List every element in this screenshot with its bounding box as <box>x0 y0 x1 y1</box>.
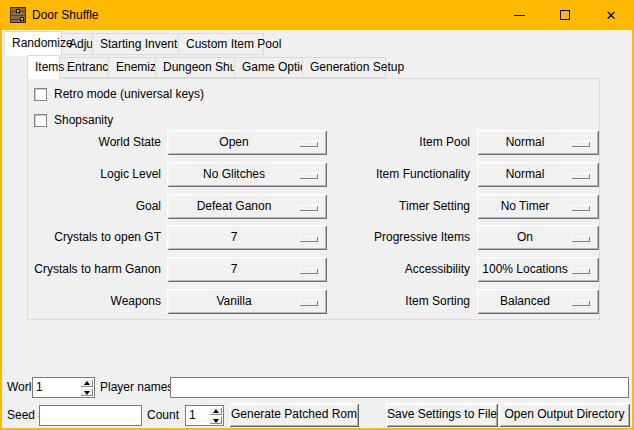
tab-randomize[interactable]: Randomize <box>4 31 62 56</box>
option-row: Weapons Vanilla Item Sorting Balanced <box>2 289 634 314</box>
spin-down-icon <box>213 419 219 423</box>
save-settings-button[interactable]: Save Settings to File <box>386 403 498 427</box>
dropdown-indicator-icon <box>299 173 318 179</box>
player-names-label: Player names <box>100 377 173 398</box>
count-spin-down-button[interactable] <box>209 416 222 424</box>
dropdown-indicator-icon <box>299 236 318 242</box>
tab-items[interactable]: Items <box>27 55 60 79</box>
minimize-button[interactable] <box>496 0 542 30</box>
tab-game-options[interactable]: Game Options <box>234 57 303 78</box>
world-state-dropdown[interactable]: Open <box>167 130 327 155</box>
count-spin-up-button[interactable] <box>209 407 222 415</box>
spin-down-icon <box>84 391 90 395</box>
dropdown-indicator-icon <box>299 205 318 211</box>
crystals-harm-ganon-dropdown[interactable]: 7 <box>167 257 327 282</box>
dropdown-indicator-icon <box>571 173 590 179</box>
logic-level-dropdown[interactable]: No Glitches <box>167 162 327 187</box>
worlds-spin-down-button[interactable] <box>80 388 93 396</box>
dropdown-indicator-icon <box>571 268 590 274</box>
item-sorting-label: Item Sorting <box>330 289 470 314</box>
item-functionality-label: Item Functionality <box>330 162 470 187</box>
option-row: Goal Defeat Ganon Timer Setting No Timer <box>2 194 634 219</box>
dropdown-indicator-icon <box>571 141 590 147</box>
item-pool-dropdown[interactable]: Normal <box>477 130 599 155</box>
shopsanity-checkbox[interactable] <box>34 114 47 127</box>
spin-up-icon <box>84 381 90 385</box>
tab-generation-setup[interactable]: Generation Setup <box>302 57 386 78</box>
shopsanity-label: Shopsanity <box>54 114 113 127</box>
retro-mode-checkbox[interactable] <box>34 88 47 101</box>
item-sorting-dropdown[interactable]: Balanced <box>477 289 599 314</box>
shopsanity-checkbox-row: Shopsanity <box>34 112 113 128</box>
world-state-label: World State <box>27 130 161 155</box>
generate-patched-rom-button[interactable]: Generate Patched Rom <box>229 403 359 427</box>
close-button[interactable]: ✕ <box>588 0 634 30</box>
window-title: Door Shuffle <box>32 8 99 22</box>
tab-enemizer[interactable]: Enemizer <box>108 57 156 78</box>
logic-level-label: Logic Level <box>27 162 161 187</box>
dropdown-indicator-icon <box>571 300 590 306</box>
title-bar: Door Shuffle ✕ <box>0 0 634 30</box>
retro-mode-label: Retro mode (universal keys) <box>54 88 204 101</box>
spin-up-icon <box>213 409 219 413</box>
count-label: Count <box>147 405 179 426</box>
timer-setting-dropdown[interactable]: No Timer <box>477 194 599 219</box>
retro-mode-checkbox-row: Retro mode (universal keys) <box>34 86 204 102</box>
goal-label: Goal <box>27 194 161 219</box>
outer-tab-bar: Randomize Adjust Starting Inventory Cust… <box>4 31 264 55</box>
progressive-items-label: Progressive Items <box>330 225 470 250</box>
app-icon <box>10 7 26 23</box>
minimize-icon <box>514 15 525 16</box>
count-spinbox[interactable]: 1 <box>185 405 224 426</box>
tab-custom-item-pool[interactable]: Custom Item Pool <box>178 33 264 55</box>
accessibility-label: Accessibility <box>330 257 470 282</box>
seed-input[interactable] <box>39 405 142 426</box>
weapons-dropdown[interactable]: Vanilla <box>167 289 327 314</box>
tab-dungeon-shuffle[interactable]: Dungeon Shuffle <box>155 57 235 78</box>
worlds-spinbox[interactable]: 1 <box>32 377 95 398</box>
dropdown-indicator-icon <box>299 268 318 274</box>
tab-starting-inventory[interactable]: Starting Inventory <box>92 33 179 55</box>
open-output-directory-button[interactable]: Open Output Directory <box>499 403 630 427</box>
maximize-button[interactable] <box>542 0 588 30</box>
option-row: Crystals to open GT 7 Progressive Items … <box>2 225 634 250</box>
worlds-spin-up-button[interactable] <box>80 379 93 387</box>
accessibility-dropdown[interactable]: 100% Locations <box>477 257 599 282</box>
goal-dropdown[interactable]: Defeat Ganon <box>167 194 327 219</box>
item-functionality-dropdown[interactable]: Normal <box>477 162 599 187</box>
dropdown-indicator-icon <box>571 205 590 211</box>
maximize-icon <box>560 10 570 20</box>
inner-tab-bar: Items Entrances Enemizer Dungeon Shuffle… <box>27 55 386 78</box>
dropdown-indicator-icon <box>299 300 318 306</box>
player-names-input[interactable] <box>170 377 629 398</box>
progressive-items-dropdown[interactable]: On <box>477 225 599 250</box>
item-pool-label: Item Pool <box>330 130 470 155</box>
dropdown-indicator-icon <box>571 236 590 242</box>
option-row: World State Open Item Pool Normal <box>2 130 634 155</box>
window-controls: ✕ <box>496 0 634 30</box>
crystals-open-gt-label: Crystals to open GT <box>27 225 161 250</box>
option-row: Logic Level No Glitches Item Functionali… <box>2 162 634 187</box>
crystals-open-gt-dropdown[interactable]: 7 <box>167 225 327 250</box>
crystals-harm-ganon-label: Crystals to harm Ganon <box>27 257 161 282</box>
weapons-label: Weapons <box>27 289 161 314</box>
app-window: Door Shuffle ✕ Randomize Adjust Starting… <box>0 0 634 430</box>
timer-setting-label: Timer Setting <box>330 194 470 219</box>
close-icon: ✕ <box>606 9 617 22</box>
option-row: Crystals to harm Ganon 7 Accessibility 1… <box>2 257 634 282</box>
tab-entrances[interactable]: Entrances <box>59 57 109 78</box>
dropdown-indicator-icon <box>299 141 318 147</box>
